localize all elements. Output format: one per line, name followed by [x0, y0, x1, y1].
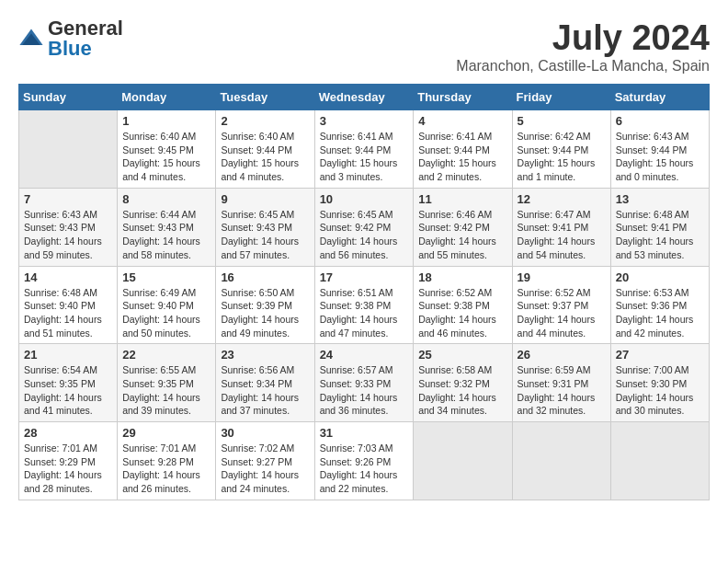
day-info: Sunrise: 6:42 AMSunset: 9:44 PMDaylight:…: [518, 131, 596, 182]
header: General Blue July 2024 Maranchon, Castil…: [18, 18, 710, 75]
day-number: 5: [518, 114, 606, 128]
day-number: 9: [221, 192, 309, 206]
day-number: 20: [616, 270, 704, 284]
day-number: 31: [320, 426, 409, 440]
day-number: 10: [320, 192, 409, 206]
day-number: 2: [221, 114, 309, 128]
header-saturday: Saturday: [610, 85, 709, 110]
calendar-cell: 2 Sunrise: 6:40 AMSunset: 9:44 PMDayligh…: [216, 110, 314, 189]
calendar-cell: 7 Sunrise: 6:43 AMSunset: 9:43 PMDayligh…: [19, 188, 118, 266]
calendar-cell: 12 Sunrise: 6:47 AMSunset: 9:41 PMDaylig…: [512, 188, 610, 266]
calendar-cell: 15 Sunrise: 6:49 AMSunset: 9:40 PMDaylig…: [118, 266, 216, 344]
calendar-cell: 31 Sunrise: 7:03 AMSunset: 9:26 PMDaylig…: [314, 422, 414, 500]
day-number: 3: [320, 114, 409, 128]
logo: General Blue: [18, 18, 123, 59]
day-info: Sunrise: 6:44 AMSunset: 9:43 PMDaylight:…: [122, 209, 200, 260]
day-info: Sunrise: 6:43 AMSunset: 9:44 PMDaylight:…: [616, 131, 694, 182]
calendar-cell: 9 Sunrise: 6:45 AMSunset: 9:43 PMDayligh…: [216, 188, 314, 266]
calendar-cell: 28 Sunrise: 7:01 AMSunset: 9:29 PMDaylig…: [19, 422, 118, 500]
day-number: 29: [122, 426, 210, 440]
logo-icon: [18, 26, 44, 52]
day-number: 30: [221, 426, 309, 440]
day-number: 16: [221, 270, 309, 284]
calendar-body: 1 Sunrise: 6:40 AMSunset: 9:45 PMDayligh…: [19, 110, 710, 500]
calendar-cell: 16 Sunrise: 6:50 AMSunset: 9:39 PMDaylig…: [216, 266, 314, 344]
calendar-cell: 3 Sunrise: 6:41 AMSunset: 9:44 PMDayligh…: [314, 110, 414, 189]
day-info: Sunrise: 6:53 AMSunset: 9:36 PMDaylight:…: [616, 287, 694, 339]
day-info: Sunrise: 6:54 AMSunset: 9:35 PMDaylight:…: [24, 364, 102, 416]
calendar-cell: 30 Sunrise: 7:02 AMSunset: 9:27 PMDaylig…: [216, 422, 314, 500]
calendar-week-row: 7 Sunrise: 6:43 AMSunset: 9:43 PMDayligh…: [19, 188, 710, 266]
calendar-cell: 18 Sunrise: 6:52 AMSunset: 9:38 PMDaylig…: [414, 266, 512, 344]
day-number: 14: [24, 270, 112, 284]
day-info: Sunrise: 6:47 AMSunset: 9:41 PMDaylight:…: [518, 209, 596, 260]
header-monday: Monday: [118, 85, 216, 110]
calendar-cell: 27 Sunrise: 7:00 AMSunset: 9:30 PMDaylig…: [610, 344, 709, 422]
logo-blue-text: Blue: [48, 37, 92, 60]
day-number: 17: [320, 270, 409, 284]
day-info: Sunrise: 6:52 AMSunset: 9:37 PMDaylight:…: [518, 287, 596, 339]
day-info: Sunrise: 6:48 AMSunset: 9:41 PMDaylight:…: [616, 209, 694, 260]
day-info: Sunrise: 6:41 AMSunset: 9:44 PMDaylight:…: [320, 131, 398, 182]
calendar-cell: 24 Sunrise: 6:57 AMSunset: 9:33 PMDaylig…: [314, 344, 414, 422]
calendar-header: Sunday Monday Tuesday Wednesday Thursday…: [19, 85, 710, 110]
header-wednesday: Wednesday: [314, 85, 414, 110]
calendar-cell: 1 Sunrise: 6:40 AMSunset: 9:45 PMDayligh…: [118, 110, 216, 189]
day-number: 25: [418, 348, 506, 362]
calendar-cell: 21 Sunrise: 6:54 AMSunset: 9:35 PMDaylig…: [19, 344, 118, 422]
day-number: 24: [320, 348, 409, 362]
calendar-week-row: 14 Sunrise: 6:48 AMSunset: 9:40 PMDaylig…: [19, 266, 710, 344]
calendar-cell: 8 Sunrise: 6:44 AMSunset: 9:43 PMDayligh…: [118, 188, 216, 266]
calendar-cell: 19 Sunrise: 6:52 AMSunset: 9:37 PMDaylig…: [512, 266, 610, 344]
day-info: Sunrise: 6:40 AMSunset: 9:44 PMDaylight:…: [221, 131, 299, 182]
calendar-cell: [610, 422, 709, 500]
day-info: Sunrise: 6:57 AMSunset: 9:33 PMDaylight:…: [320, 364, 398, 416]
day-number: 7: [24, 192, 112, 206]
day-number: 15: [122, 270, 210, 284]
day-number: 26: [518, 348, 606, 362]
day-info: Sunrise: 6:58 AMSunset: 9:32 PMDaylight:…: [418, 364, 496, 416]
day-number: 23: [221, 348, 309, 362]
header-friday: Friday: [512, 85, 610, 110]
calendar-week-row: 1 Sunrise: 6:40 AMSunset: 9:45 PMDayligh…: [19, 110, 710, 189]
day-info: Sunrise: 7:01 AMSunset: 9:29 PMDaylight:…: [24, 442, 102, 494]
day-info: Sunrise: 6:46 AMSunset: 9:42 PMDaylight:…: [418, 209, 496, 260]
day-number: 28: [24, 426, 112, 440]
day-number: 19: [518, 270, 606, 284]
day-number: 12: [518, 192, 606, 206]
day-info: Sunrise: 6:56 AMSunset: 9:34 PMDaylight:…: [221, 364, 299, 416]
calendar-week-row: 21 Sunrise: 6:54 AMSunset: 9:35 PMDaylig…: [19, 344, 710, 422]
header-sunday: Sunday: [19, 85, 118, 110]
calendar-cell: 13 Sunrise: 6:48 AMSunset: 9:41 PMDaylig…: [610, 188, 709, 266]
calendar-cell: 26 Sunrise: 6:59 AMSunset: 9:31 PMDaylig…: [512, 344, 610, 422]
day-info: Sunrise: 7:02 AMSunset: 9:27 PMDaylight:…: [221, 442, 299, 494]
day-number: 1: [122, 114, 210, 128]
calendar-cell: 29 Sunrise: 7:01 AMSunset: 9:28 PMDaylig…: [118, 422, 216, 500]
day-info: Sunrise: 6:59 AMSunset: 9:31 PMDaylight:…: [518, 364, 596, 416]
day-info: Sunrise: 6:45 AMSunset: 9:42 PMDaylight:…: [320, 209, 398, 260]
calendar-cell: 23 Sunrise: 6:56 AMSunset: 9:34 PMDaylig…: [216, 344, 314, 422]
day-info: Sunrise: 6:40 AMSunset: 9:45 PMDaylight:…: [122, 131, 200, 182]
calendar-cell: 11 Sunrise: 6:46 AMSunset: 9:42 PMDaylig…: [414, 188, 512, 266]
day-info: Sunrise: 6:50 AMSunset: 9:39 PMDaylight:…: [221, 287, 299, 339]
day-number: 4: [418, 114, 506, 128]
day-info: Sunrise: 7:03 AMSunset: 9:26 PMDaylight:…: [320, 442, 398, 494]
calendar-cell: 22 Sunrise: 6:55 AMSunset: 9:35 PMDaylig…: [118, 344, 216, 422]
calendar-cell: 10 Sunrise: 6:45 AMSunset: 9:42 PMDaylig…: [314, 188, 414, 266]
calendar-cell: 14 Sunrise: 6:48 AMSunset: 9:40 PMDaylig…: [19, 266, 118, 344]
location-title: Maranchon, Castille-La Mancha, Spain: [456, 58, 710, 75]
month-title: July 2024: [456, 18, 710, 58]
day-number: 6: [616, 114, 704, 128]
day-info: Sunrise: 7:01 AMSunset: 9:28 PMDaylight:…: [122, 442, 200, 494]
calendar-cell: [512, 422, 610, 500]
calendar-cell: 20 Sunrise: 6:53 AMSunset: 9:36 PMDaylig…: [610, 266, 709, 344]
day-info: Sunrise: 6:45 AMSunset: 9:43 PMDaylight:…: [221, 209, 299, 260]
header-tuesday: Tuesday: [216, 85, 314, 110]
day-info: Sunrise: 6:52 AMSunset: 9:38 PMDaylight:…: [418, 287, 496, 339]
calendar-cell: [19, 110, 118, 189]
weekday-header-row: Sunday Monday Tuesday Wednesday Thursday…: [19, 85, 710, 110]
title-area: July 2024 Maranchon, Castille-La Mancha,…: [456, 18, 710, 75]
day-number: 11: [418, 192, 506, 206]
day-number: 13: [616, 192, 704, 206]
day-info: Sunrise: 6:49 AMSunset: 9:40 PMDaylight:…: [122, 287, 200, 339]
